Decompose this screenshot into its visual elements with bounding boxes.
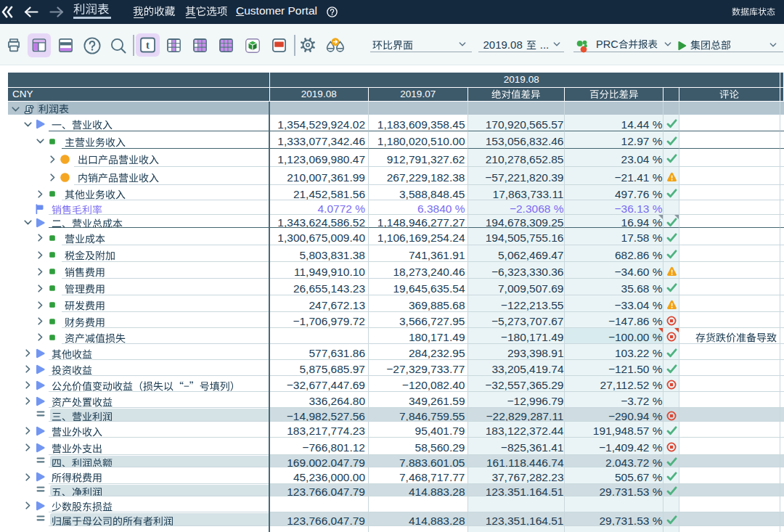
svg-text:t: t <box>146 39 150 51</box>
